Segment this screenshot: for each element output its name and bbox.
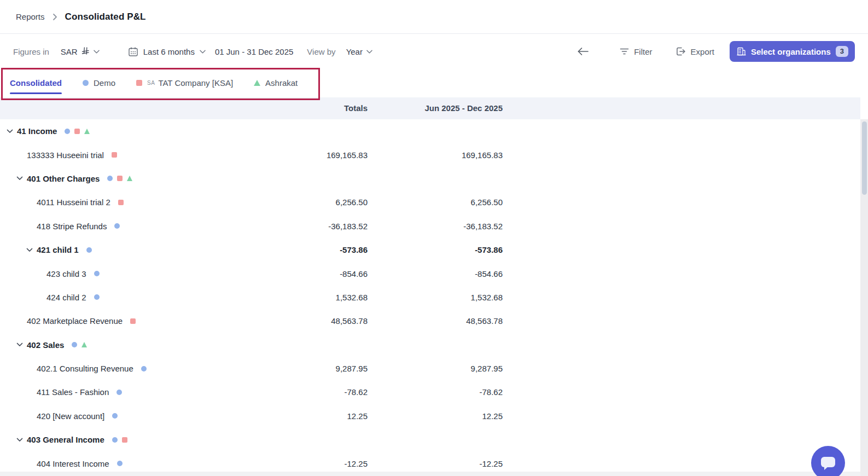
- period-value: -573.86: [382, 245, 503, 254]
- account-label: 420 [New account]: [37, 411, 104, 421]
- chevron-down-icon: [366, 50, 372, 54]
- table-row-402-marketplace-revenue[interactable]: 402 Marketplace Revenue 48,563.78 48,563…: [0, 309, 860, 333]
- totals-value: -78.62: [247, 387, 368, 397]
- blue-dot-icon: [86, 247, 92, 253]
- account-label: 424 child 2: [46, 293, 86, 302]
- org-markers: [112, 413, 118, 419]
- account-label: 423 child 3: [46, 269, 86, 278]
- export-button[interactable]: Export: [675, 47, 714, 56]
- tab-demo[interactable]: Demo: [83, 68, 115, 97]
- report-toolbar: Figures in SAR: [0, 34, 868, 68]
- chevron-down-icon[interactable]: [16, 438, 23, 442]
- scrollbar-thumb[interactable]: [862, 121, 867, 195]
- table-row-402-sales[interactable]: 402 Sales: [0, 333, 860, 357]
- account-label: 418 Stripe Refunds: [37, 222, 107, 231]
- chevron-down-icon[interactable]: [7, 129, 13, 133]
- blue-dot-icon: [65, 129, 70, 134]
- account-label: 402 Marketplace Revenue: [27, 316, 123, 326]
- table-row-133333-huseeini-trial[interactable]: 133333 Huseeini trial 169,165.83 169,165…: [0, 143, 860, 166]
- blue-dot-icon: [141, 366, 147, 371]
- back-arrow-icon[interactable]: [577, 47, 589, 56]
- period-value: 12.25: [382, 411, 503, 421]
- page-title: Consolidated P&L: [65, 11, 146, 22]
- org-markers: [94, 294, 100, 300]
- totals-value: 12.25: [247, 411, 368, 421]
- view-by-selector[interactable]: Year: [346, 47, 372, 56]
- blue-dot-icon: [114, 223, 120, 229]
- account-label: 402 Sales: [27, 340, 64, 350]
- tab-label: Demo: [94, 78, 115, 88]
- green-triangle-icon: [81, 342, 87, 347]
- blue-dot-icon: [94, 271, 100, 276]
- red-square-icon: [122, 437, 127, 443]
- select-organizations-label: Select organizations: [751, 47, 831, 56]
- totals-value: -854.66: [247, 269, 368, 278]
- chevron-down-icon[interactable]: [26, 248, 33, 252]
- green-triangle-icon: [254, 80, 260, 86]
- export-label: Export: [691, 47, 714, 56]
- period-value: -12.25: [382, 459, 503, 468]
- currency-selector[interactable]: SAR: [61, 47, 100, 56]
- account-label: 4011 Husseini trial 2: [37, 198, 110, 207]
- table-row-402-1-consulting-revenue[interactable]: 402.1 Consulting Revenue 9,287.95 9,287.…: [0, 357, 860, 380]
- blue-dot-icon: [112, 437, 118, 443]
- table-row-403-general-income[interactable]: 403 General Income: [0, 428, 860, 451]
- account-label: 402.1 Consulting Revenue: [37, 364, 133, 373]
- totals-value: -36,183.52: [247, 222, 368, 231]
- organization-tabs: Consolidated Demo SA TAT Company [KSA] A…: [0, 68, 868, 97]
- blue-dot-icon: [94, 294, 100, 300]
- period-value: -854.66: [382, 269, 503, 278]
- period-value: 6,256.50: [382, 198, 503, 207]
- red-square-icon: [74, 129, 80, 134]
- red-square-icon: [136, 80, 142, 86]
- org-markers: [112, 437, 127, 443]
- account-label: 404 Interest Income: [37, 459, 109, 468]
- totals-value: 9,287.95: [247, 364, 368, 373]
- chevron-down-icon[interactable]: [16, 176, 23, 181]
- account-label: 41 Income: [17, 126, 57, 136]
- chevron-down-icon[interactable]: [16, 343, 23, 347]
- select-organizations-button[interactable]: Select organizations 3: [730, 41, 855, 62]
- vertical-scrollbar[interactable]: [860, 119, 868, 476]
- period-value: 169,165.83: [382, 150, 503, 160]
- breadcrumb: Reports Consolidated P&L: [0, 0, 868, 34]
- consolidated-pnl-report-page: Reports Consolidated P&L Figures in SAR: [0, 0, 868, 476]
- column-header-totals: Totals: [247, 97, 368, 119]
- green-triangle-icon: [254, 80, 260, 86]
- table-row-420-new-account[interactable]: 420 [New account] 12.25 12.25: [0, 404, 860, 428]
- org-markers: [72, 342, 87, 347]
- green-triangle-icon: [84, 129, 90, 134]
- filter-button[interactable]: Filter: [620, 47, 652, 56]
- blue-dot-icon: [117, 461, 123, 466]
- blue-dot-icon: [83, 80, 89, 86]
- table-row-4011-husseini-trial-2[interactable]: 4011 Husseini trial 2 6,256.50 6,256.50: [0, 190, 860, 214]
- org-markers: [112, 152, 117, 158]
- org-markers: [116, 390, 122, 395]
- totals-value: -573.86: [247, 245, 368, 254]
- tab-consolidated[interactable]: Consolidated: [10, 68, 62, 97]
- view-by-value: Year: [346, 47, 363, 56]
- breadcrumb-reports-link[interactable]: Reports: [16, 12, 45, 21]
- totals-value: 48,563.78: [247, 316, 368, 326]
- table-row-423-child-3[interactable]: 423 child 3 -854.66 -854.66: [0, 262, 860, 285]
- org-markers: [130, 318, 136, 324]
- table-row-421-child-1[interactable]: 421 child 1 -573.86 -573.86: [0, 238, 860, 262]
- org-markers: [141, 366, 147, 371]
- org-markers: [86, 247, 92, 253]
- tab-label: TAT Company [KSA]: [158, 78, 233, 88]
- period-value: 1,532.68: [382, 293, 503, 302]
- column-header-period: Jun 2025 - Dec 2025: [382, 97, 503, 119]
- blue-dot-icon: [83, 80, 89, 86]
- table-row-411-sales-fashion[interactable]: 411 Sales - Fashion -78.62 -78.62: [0, 380, 860, 404]
- table-row-401-other-charges[interactable]: 401 Other Charges: [0, 167, 860, 190]
- filter-icon: [620, 48, 629, 55]
- tab-ashrakat[interactable]: Ashrakat: [254, 68, 298, 97]
- table-row-41-income[interactable]: 41 Income: [0, 119, 860, 143]
- chat-launcher-button[interactable]: [811, 446, 845, 476]
- table-row-418-stripe-refunds[interactable]: 418 Stripe Refunds -36,183.52 -36,183.52: [0, 214, 860, 238]
- date-preset-selector[interactable]: Last 6 months: [128, 47, 206, 57]
- tab-label: Consolidated: [10, 78, 62, 88]
- table-row-424-child-2[interactable]: 424 child 2 1,532.68 1,532.68: [0, 286, 860, 309]
- tab-tat-company-ksa[interactable]: SA TAT Company [KSA]: [136, 68, 233, 97]
- org-markers: [118, 200, 124, 205]
